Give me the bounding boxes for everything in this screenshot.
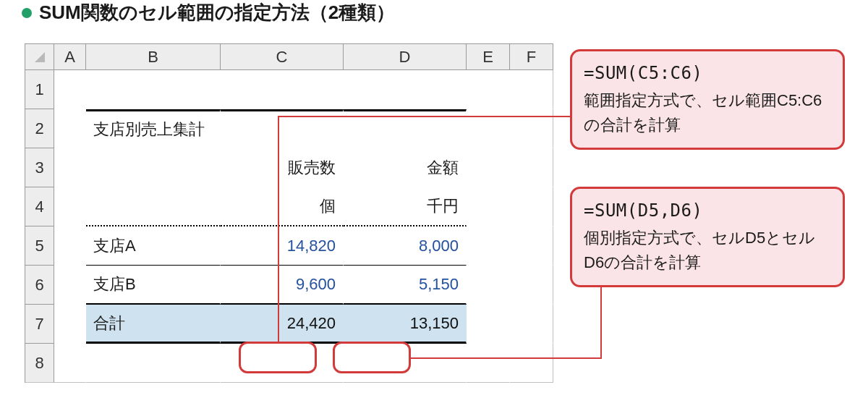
row-header-3: 3 xyxy=(25,148,54,187)
cell-C4: 個 xyxy=(221,187,344,226)
row-6: 6 支店B 9,600 5,150 xyxy=(25,266,553,305)
row-5: 5 支店A 14,820 8,000 xyxy=(25,226,553,266)
callout-individual-desc: 個別指定方式で、セルD5とセルD6の合計を計算 xyxy=(584,226,831,275)
cell-E3 xyxy=(467,148,510,187)
row-header-7: 7 xyxy=(25,305,54,344)
cell-A5 xyxy=(54,226,86,266)
column-header-row: A B C D E F xyxy=(25,44,553,70)
cell-F5 xyxy=(510,226,553,266)
row-header-6: 6 xyxy=(25,266,54,305)
leader-d7-horizontal xyxy=(409,357,602,359)
spreadsheet: A B C D E F 1 2 支店別売上集計 3 販売数 金額 4 個 xyxy=(25,43,553,383)
page-title-text: SUM関数のセル範囲の指定方法（2種類） xyxy=(39,0,395,25)
cell-F1 xyxy=(510,70,553,109)
row-7: 7 合計 24,420 13,150 xyxy=(25,305,553,344)
leader-c7-vertical xyxy=(278,116,279,342)
cell-D1 xyxy=(344,70,467,109)
row-3: 3 販売数 金額 xyxy=(25,148,553,187)
cell-A8 xyxy=(54,344,86,383)
row-header-5: 5 xyxy=(25,226,54,266)
cell-C5: 14,820 xyxy=(221,226,344,266)
cell-A7 xyxy=(54,305,86,344)
row-4: 4 個 千円 xyxy=(25,187,553,226)
corner-cell xyxy=(25,44,54,70)
cell-B2: 支店別売上集計 xyxy=(86,109,221,148)
cell-C3: 販売数 xyxy=(221,148,344,187)
cell-A6 xyxy=(54,266,86,305)
callout-range: =SUM(C5:C6) 範囲指定方式で、セル範囲C5:C6の合計を計算 xyxy=(570,49,845,150)
col-header-A: A xyxy=(54,44,86,70)
cell-D5: 8,000 xyxy=(344,226,467,266)
row-1: 1 xyxy=(25,70,553,109)
bullet-icon xyxy=(22,8,32,18)
cell-A1 xyxy=(54,70,86,109)
cell-D7: 13,150 xyxy=(344,305,467,344)
cell-A3 xyxy=(54,148,86,187)
callout-individual: =SUM(D5,D6) 個別指定方式で、セルD5とセルD6の合計を計算 xyxy=(570,187,845,287)
cell-E4 xyxy=(467,187,510,226)
cell-E6 xyxy=(467,266,510,305)
row-header-8: 8 xyxy=(25,344,54,383)
cell-B1 xyxy=(86,70,221,109)
leader-d7-vertical xyxy=(600,279,602,359)
cell-F6 xyxy=(510,266,553,305)
cell-A4 xyxy=(54,187,86,226)
col-header-C: C xyxy=(221,44,344,70)
cell-C7: 24,420 xyxy=(221,305,344,344)
cell-B8 xyxy=(86,344,221,383)
cell-F7 xyxy=(510,305,553,344)
cell-C6: 9,600 xyxy=(221,266,344,305)
col-header-E: E xyxy=(467,44,510,70)
cell-B6: 支店B xyxy=(86,266,221,305)
cell-E5 xyxy=(467,226,510,266)
cell-E1 xyxy=(467,70,510,109)
callout-range-desc: 範囲指定方式で、セル範囲C5:C6の合計を計算 xyxy=(584,88,831,137)
cell-D8 xyxy=(344,344,467,383)
cell-C1 xyxy=(221,70,344,109)
row-8: 8 xyxy=(25,344,553,383)
col-header-B: B xyxy=(86,44,221,70)
cell-D3: 金額 xyxy=(344,148,467,187)
select-all-icon xyxy=(35,52,45,62)
leader-c7-horizontal xyxy=(278,116,572,117)
page-title: SUM関数のセル範囲の指定方法（2種類） xyxy=(22,0,395,25)
cell-E8 xyxy=(467,344,510,383)
cell-E7 xyxy=(467,305,510,344)
col-header-F: F xyxy=(510,44,553,70)
callout-individual-formula: =SUM(D5,D6) xyxy=(584,198,831,224)
row-header-2: 2 xyxy=(25,109,54,148)
cell-B4 xyxy=(86,187,221,226)
cell-F3 xyxy=(510,148,553,187)
cell-C8 xyxy=(221,344,344,383)
row-header-1: 1 xyxy=(25,70,54,109)
cell-B5: 支店A xyxy=(86,226,221,266)
cell-B3 xyxy=(86,148,221,187)
cell-D4: 千円 xyxy=(344,187,467,226)
col-header-D: D xyxy=(344,44,467,70)
cell-B7: 合計 xyxy=(86,305,221,344)
cell-D6: 5,150 xyxy=(344,266,467,305)
row-header-4: 4 xyxy=(25,187,54,226)
callout-range-formula: =SUM(C5:C6) xyxy=(584,60,831,87)
cell-F8 xyxy=(510,344,553,383)
cell-A2 xyxy=(54,109,86,148)
cell-F4 xyxy=(510,187,553,226)
